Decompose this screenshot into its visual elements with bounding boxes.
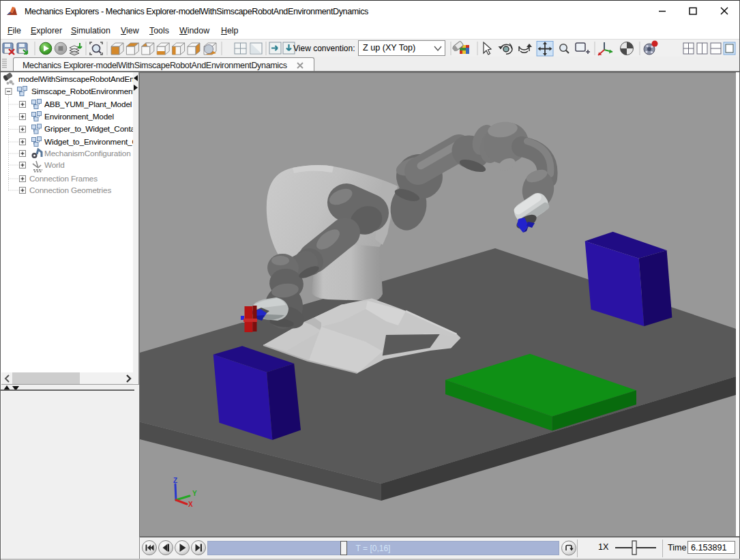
svg-text:Y: Y	[192, 490, 197, 497]
svg-text:X: X	[188, 501, 193, 508]
svg-text:Z: Z	[173, 477, 177, 484]
